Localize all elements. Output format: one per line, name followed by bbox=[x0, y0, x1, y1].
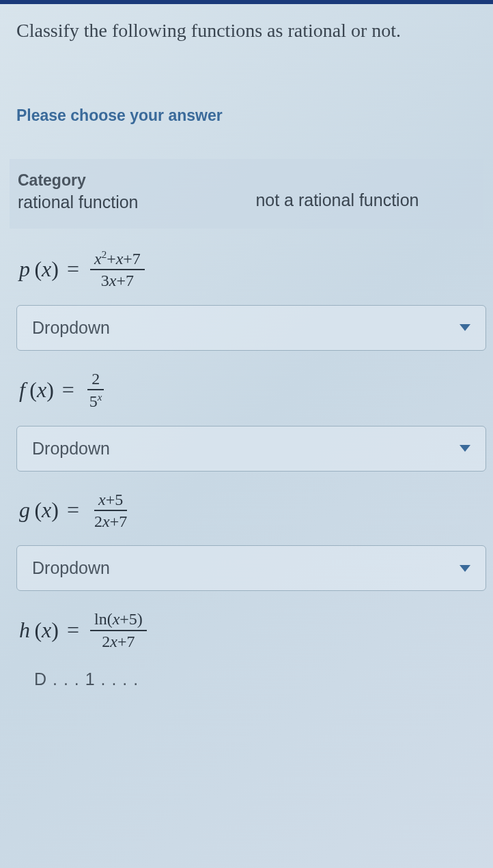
variable: x bbox=[37, 377, 46, 403]
fraction: x2+x+7 3x+7 bbox=[90, 249, 145, 290]
paren-close: ) bbox=[46, 377, 54, 403]
denominator: 2x+7 bbox=[90, 511, 131, 530]
paren-open: ( bbox=[30, 497, 42, 523]
chevron-down-icon bbox=[460, 565, 470, 572]
dropdown-g[interactable]: Dropdown bbox=[16, 545, 486, 591]
category-rational: rational function bbox=[18, 192, 255, 212]
fraction: x+5 2x+7 bbox=[90, 491, 131, 531]
paren-open: ( bbox=[30, 618, 42, 643]
content-area: Classify the following functions as rati… bbox=[0, 4, 493, 685]
function-p: p ( x ) = x2+x+7 3x+7 Dropdown bbox=[16, 249, 477, 351]
numerator: x+5 bbox=[94, 491, 127, 511]
equation-f: f ( x ) = 2 5x bbox=[16, 370, 477, 411]
category-left: Category rational function bbox=[18, 171, 255, 212]
paren-close: ) bbox=[51, 497, 59, 523]
paren-open: ( bbox=[30, 257, 42, 282]
choose-answer-prompt: Please choose your answer bbox=[16, 106, 477, 125]
denominator: 3x+7 bbox=[97, 270, 138, 289]
fraction: 2 5x bbox=[85, 370, 107, 411]
denominator: 2x+7 bbox=[98, 631, 139, 650]
equation-g: g ( x ) = x+5 2x+7 bbox=[16, 491, 477, 531]
fn-name: h bbox=[19, 618, 30, 643]
category-label: Category bbox=[18, 171, 255, 190]
category-header: Category rational function not a rationa… bbox=[10, 159, 483, 229]
fn-name: f bbox=[19, 377, 25, 403]
variable: x bbox=[42, 497, 51, 523]
fn-name: g bbox=[19, 497, 30, 523]
paren-close: ) bbox=[51, 257, 59, 282]
numerator: 2 bbox=[87, 370, 104, 390]
chevron-down-icon bbox=[460, 324, 470, 331]
equals: = bbox=[67, 618, 79, 643]
variable: x bbox=[42, 618, 51, 643]
fraction: ln(x+5) 2x+7 bbox=[90, 610, 147, 650]
function-h: h ( x ) = ln(x+5) 2x+7 bbox=[16, 610, 477, 650]
function-f: f ( x ) = 2 5x Dropdown bbox=[16, 370, 477, 472]
function-g: g ( x ) = x+5 2x+7 Dropdown bbox=[16, 491, 477, 592]
equals: = bbox=[62, 377, 74, 403]
chevron-down-icon bbox=[460, 445, 470, 452]
paren-close: ) bbox=[51, 618, 59, 643]
dropdown-label: Dropdown bbox=[32, 318, 110, 338]
equation-p: p ( x ) = x2+x+7 3x+7 bbox=[16, 249, 477, 290]
category-not-rational: not a rational function bbox=[255, 171, 419, 212]
equals: = bbox=[67, 257, 79, 282]
paren-open: ( bbox=[25, 377, 37, 403]
equals: = bbox=[67, 497, 79, 523]
fn-name: p bbox=[19, 257, 30, 282]
cutoff-dropdown[interactable]: D . . . 1 . . . . bbox=[16, 669, 477, 689]
denominator: 5x bbox=[85, 390, 107, 410]
variable: x bbox=[42, 257, 51, 282]
question-text: Classify the following functions as rati… bbox=[16, 16, 477, 45]
dropdown-f[interactable]: Dropdown bbox=[16, 426, 486, 472]
dropdown-label: Dropdown bbox=[32, 558, 110, 578]
dropdown-p[interactable]: Dropdown bbox=[16, 305, 486, 351]
dropdown-label: Dropdown bbox=[32, 439, 110, 459]
numerator: x2+x+7 bbox=[90, 249, 145, 270]
equation-h: h ( x ) = ln(x+5) 2x+7 bbox=[16, 610, 477, 650]
numerator: ln(x+5) bbox=[90, 610, 147, 631]
